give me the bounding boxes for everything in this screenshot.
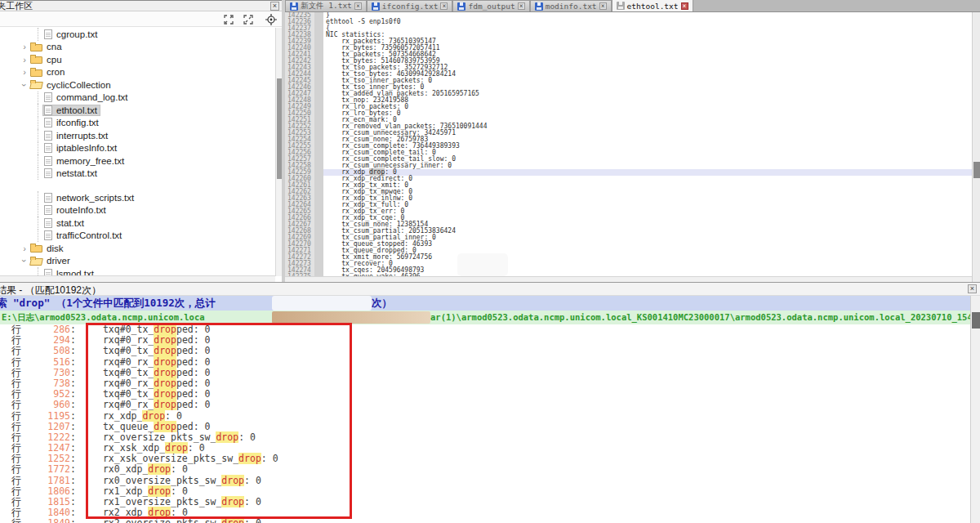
file-icon [44,168,52,178]
tree-item-cna[interactable]: ›cna [0,41,275,54]
tree-item-cgroup-txt[interactable]: cgroup.txt [0,28,275,41]
tab-ifconfig-txt[interactable]: ifconfig.txt× [367,0,453,11]
tree-item-label: stat.txt [56,218,84,228]
row-label: 行 [11,368,23,378]
close-tab-icon[interactable]: × [518,2,525,10]
tree-item-ethtool-txt[interactable]: ethtool.txt [0,104,275,117]
chevron-right-icon[interactable]: › [20,55,29,65]
expand-all-icon[interactable] [223,14,234,25]
tree-item-label: cron [47,67,65,77]
row-label: 行 [11,357,23,368]
results-vertical-scrollbar[interactable] [970,296,980,523]
result-line-number: 1195 [23,411,70,422]
censor-blur [457,253,508,276]
tree-item-network-scripts-txt[interactable]: network_scripts.txt [0,191,275,204]
editor-vertical-scrollbar[interactable] [972,12,980,282]
tree-item-netstat-txt[interactable]: netstat.txt [0,168,275,181]
fold-margin [314,51,323,58]
tree-item-command-log-txt[interactable]: command_log.txt [0,92,275,105]
close-tab-icon[interactable]: × [354,2,362,10]
tree-item-disk[interactable]: ›disk [0,242,275,255]
file-icon [44,218,52,228]
result-line-number: 730 [23,368,70,378]
editor-horizontal-scrollbar[interactable] [285,276,972,282]
result-text: rx2_oversize_pkts_sw_drop: 0 [103,518,261,523]
tree-item-label: netstat.txt [56,168,97,178]
chevron-right-icon[interactable]: › [20,67,29,77]
tab--1-txt[interactable]: 新文件 1.txt× [285,0,367,11]
fold-margin [314,78,323,84]
tree-item-label: memory_free.txt [56,156,124,166]
fold-margin [314,189,323,195]
fold-margin [314,58,323,65]
close-tab-icon[interactable]: × [681,2,688,10]
tree-item-cyclicCollection[interactable]: ›cyclicCollection [0,78,275,92]
tree-item-iptablesInfo-txt[interactable]: iptablesInfo.txt [0,142,275,155]
fold-margin [314,104,323,110]
fold-margin [314,169,323,176]
tree-item-interrupts-txt[interactable]: interrupts.txt [0,129,275,142]
tree-item-ifconfig-txt[interactable]: ifconfig.txt [0,117,275,130]
scrollbar-thumb[interactable] [972,312,980,329]
fold-margin [314,208,323,215]
tree-item-cpu[interactable]: ›cpu [0,53,275,66]
tree-item-trafficControl-txt[interactable]: trafficControl.txt [0,230,275,243]
tab-fdm-output[interactable]: fdm_output× [452,0,529,11]
editor-line: 142236ethtool -S enp1s0f0 [285,19,972,25]
fold-margin [314,261,323,267]
tree-item-memory-free-txt[interactable]: memory_free.txt [0,154,275,168]
fold-margin [314,32,323,38]
fold-margin [314,12,323,19]
locate-current-file-icon[interactable] [265,14,277,25]
fold-margin [314,25,323,32]
tree-item-stat-txt[interactable]: stat.txt [0,217,275,230]
scrollbar-thumb[interactable] [973,162,980,178]
editor-text-area[interactable]: 142235}142236ethtool -S enp1s0f0142237{1… [285,12,972,276]
tree-vertical-scrollbar[interactable] [275,28,282,276]
results-titlebar: 结果 - （匹配10192次） × [0,283,980,296]
editor-tabbar: 新文件 1.txt×ifconfig.txt×fdm_output×modinf… [285,0,980,12]
tab-label: ifconfig.txt [382,2,439,11]
fold-margin [314,156,323,163]
folder-icon [30,55,42,64]
chevron-down-icon[interactable]: › [20,81,29,89]
chevron-right-icon[interactable]: › [20,42,29,51]
tab-modinfo-txt[interactable]: modinfo.txt× [530,0,612,11]
tree-item-cron[interactable]: ›cron [0,66,275,79]
result-line-number: 1781 [23,476,70,486]
saved-file-icon [372,2,380,11]
tab-label: modinfo.txt [546,2,597,11]
close-tab-icon[interactable]: × [599,2,607,10]
tree-item-routeInfo-txt[interactable]: routeInfo.txt [0,204,275,217]
code-text: { [323,25,972,32]
result-row[interactable]: 行1849:rx2_oversize_pkts_sw_drop: 0 [0,518,968,523]
fold-margin [314,182,323,189]
search-results-panel: 结果 - （匹配10192次） × 索 "drop" （1个文件中匹配到1019… [0,282,980,523]
saved-file-icon [617,2,625,10]
tree-item-driver[interactable]: ›driver [0,255,275,268]
fold-margin [314,65,323,71]
close-panel-icon[interactable]: × [270,2,279,11]
close-tab-icon[interactable]: × [440,2,448,10]
search-summary-line[interactable]: 索 "drop" （1个文件中匹配到10192次，总计 次） [0,296,980,311]
result-line-number: 1207 [23,422,70,432]
code-text: rx_xdp_redirect: 0 [323,176,972,182]
result-line-number: 960 [23,400,70,410]
chevron-down-icon[interactable]: › [20,257,29,265]
tree-censored-gap [0,180,275,191]
close-results-icon[interactable]: × [968,284,977,293]
folder-icon [30,68,42,77]
tree-horizontal-scrollbar[interactable] [0,275,275,282]
collapse-all-icon[interactable] [243,14,254,25]
saved-file-icon [535,2,543,11]
file-icon [44,230,52,240]
tab-ethtool-txt[interactable]: ethtool.txt× [612,0,693,11]
fold-margin [314,248,323,254]
tree-item-label: iptablesInfo.txt [56,143,117,153]
code-text: } [323,12,972,19]
row-label: 行 [11,411,23,422]
tree-item-label: network_scripts.txt [56,193,134,203]
file-icon [44,143,52,153]
chevron-right-icon[interactable]: › [20,244,29,253]
tree-item-label: cyclicCollection [47,80,111,90]
